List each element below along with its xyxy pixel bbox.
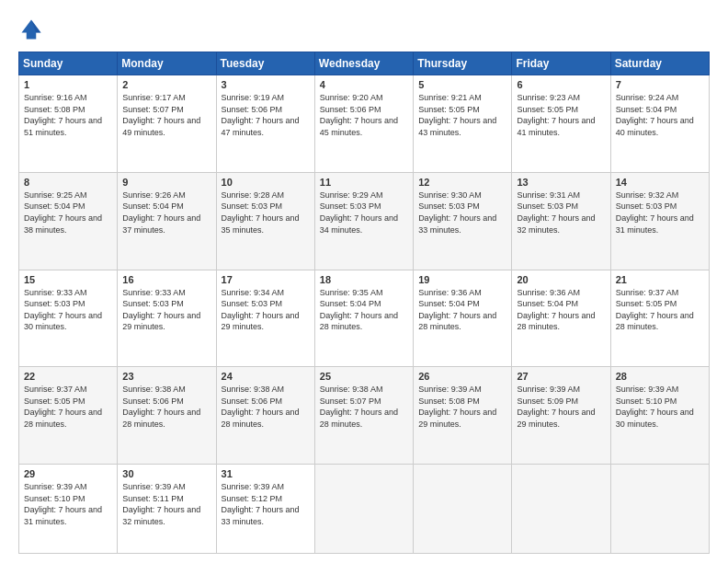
day-cell [414, 465, 512, 554]
day-info: Sunrise: 9:28 AMSunset: 5:03 PMDaylight:… [222, 190, 310, 236]
day-info: Sunrise: 9:36 AMSunset: 5:04 PMDaylight:… [418, 287, 506, 333]
day-number: 5 [418, 79, 506, 90]
day-info: Sunrise: 9:38 AMSunset: 5:06 PMDaylight:… [222, 384, 310, 430]
day-number: 28 [616, 371, 704, 382]
day-number: 24 [222, 371, 310, 382]
week-row-1: 1 Sunrise: 9:16 AMSunset: 5:08 PMDayligh… [19, 75, 710, 173]
day-info: Sunrise: 9:29 AMSunset: 5:03 PMDaylight:… [320, 190, 408, 236]
day-info: Sunrise: 9:20 AMSunset: 5:06 PMDaylight:… [320, 92, 408, 138]
day-info: Sunrise: 9:39 AMSunset: 5:10 PMDaylight:… [616, 384, 704, 430]
day-cell: 27 Sunrise: 9:39 AMSunset: 5:09 PMDaylig… [512, 367, 610, 465]
day-cell: 28 Sunrise: 9:39 AMSunset: 5:10 PMDaylig… [610, 367, 709, 465]
day-info: Sunrise: 9:38 AMSunset: 5:06 PMDaylight:… [122, 384, 210, 430]
logo [18, 17, 48, 42]
day-info: Sunrise: 9:39 AMSunset: 5:12 PMDaylight:… [222, 481, 310, 527]
day-info: Sunrise: 9:32 AMSunset: 5:03 PMDaylight:… [616, 190, 704, 236]
logo-icon [18, 17, 44, 42]
week-row-3: 15 Sunrise: 9:33 AMSunset: 5:03 PMDaylig… [19, 270, 710, 367]
week-row-2: 8 Sunrise: 9:25 AMSunset: 5:04 PMDayligh… [19, 172, 710, 270]
day-cell: 14 Sunrise: 9:32 AMSunset: 5:03 PMDaylig… [610, 172, 709, 270]
day-info: Sunrise: 9:37 AMSunset: 5:05 PMDaylight:… [616, 287, 704, 333]
day-number: 13 [517, 177, 605, 188]
day-cell: 19 Sunrise: 9:36 AMSunset: 5:04 PMDaylig… [414, 270, 512, 367]
col-header-monday: Monday [118, 52, 216, 75]
day-cell: 8 Sunrise: 9:25 AMSunset: 5:04 PMDayligh… [19, 172, 118, 270]
page: SundayMondayTuesdayWednesdayThursdayFrid… [0, 0, 728, 563]
day-cell: 30 Sunrise: 9:39 AMSunset: 5:11 PMDaylig… [118, 465, 216, 554]
day-info: Sunrise: 9:25 AMSunset: 5:04 PMDaylight:… [24, 190, 112, 236]
day-info: Sunrise: 9:36 AMSunset: 5:04 PMDaylight:… [517, 287, 605, 333]
day-cell: 12 Sunrise: 9:30 AMSunset: 5:03 PMDaylig… [414, 172, 512, 270]
day-number: 3 [222, 79, 310, 90]
day-info: Sunrise: 9:39 AMSunset: 5:11 PMDaylight:… [122, 481, 210, 527]
day-number: 22 [24, 371, 112, 382]
day-number: 21 [616, 274, 704, 285]
day-info: Sunrise: 9:33 AMSunset: 5:03 PMDaylight:… [122, 287, 210, 333]
day-cell: 24 Sunrise: 9:38 AMSunset: 5:06 PMDaylig… [216, 367, 314, 465]
day-info: Sunrise: 9:35 AMSunset: 5:04 PMDaylight:… [320, 287, 408, 333]
day-info: Sunrise: 9:23 AMSunset: 5:05 PMDaylight:… [517, 92, 605, 138]
day-number: 1 [24, 79, 112, 90]
day-number: 6 [517, 79, 605, 90]
day-cell: 31 Sunrise: 9:39 AMSunset: 5:12 PMDaylig… [216, 465, 314, 554]
day-cell: 5 Sunrise: 9:21 AMSunset: 5:05 PMDayligh… [414, 75, 512, 173]
day-info: Sunrise: 9:21 AMSunset: 5:05 PMDaylight:… [418, 92, 506, 138]
day-cell [610, 465, 709, 554]
day-number: 15 [24, 274, 112, 285]
day-number: 12 [418, 177, 506, 188]
day-cell: 3 Sunrise: 9:19 AMSunset: 5:06 PMDayligh… [216, 75, 314, 173]
day-cell: 22 Sunrise: 9:37 AMSunset: 5:05 PMDaylig… [19, 367, 118, 465]
day-number: 26 [418, 371, 506, 382]
day-number: 4 [320, 79, 408, 90]
col-header-wednesday: Wednesday [314, 52, 413, 75]
day-number: 8 [24, 177, 112, 188]
day-number: 11 [320, 177, 408, 188]
day-cell [512, 465, 610, 554]
day-number: 18 [320, 274, 408, 285]
col-header-friday: Friday [512, 52, 610, 75]
day-cell: 21 Sunrise: 9:37 AMSunset: 5:05 PMDaylig… [610, 270, 709, 367]
day-cell: 1 Sunrise: 9:16 AMSunset: 5:08 PMDayligh… [19, 75, 118, 173]
day-cell: 26 Sunrise: 9:39 AMSunset: 5:08 PMDaylig… [414, 367, 512, 465]
day-info: Sunrise: 9:39 AMSunset: 5:08 PMDaylight:… [418, 384, 506, 430]
day-cell: 9 Sunrise: 9:26 AMSunset: 5:04 PMDayligh… [118, 172, 216, 270]
day-number: 9 [122, 177, 210, 188]
day-info: Sunrise: 9:26 AMSunset: 5:04 PMDaylight:… [122, 190, 210, 236]
day-number: 10 [222, 177, 310, 188]
day-number: 20 [517, 274, 605, 285]
day-cell: 7 Sunrise: 9:24 AMSunset: 5:04 PMDayligh… [610, 75, 709, 173]
day-number: 14 [616, 177, 704, 188]
day-cell: 2 Sunrise: 9:17 AMSunset: 5:07 PMDayligh… [118, 75, 216, 173]
day-info: Sunrise: 9:38 AMSunset: 5:07 PMDaylight:… [320, 384, 408, 430]
day-cell: 17 Sunrise: 9:34 AMSunset: 5:03 PMDaylig… [216, 270, 314, 367]
day-info: Sunrise: 9:34 AMSunset: 5:03 PMDaylight:… [222, 287, 310, 333]
day-number: 27 [517, 371, 605, 382]
day-cell: 6 Sunrise: 9:23 AMSunset: 5:05 PMDayligh… [512, 75, 610, 173]
col-header-sunday: Sunday [19, 52, 118, 75]
day-cell: 29 Sunrise: 9:39 AMSunset: 5:10 PMDaylig… [19, 465, 118, 554]
day-number: 2 [122, 79, 210, 90]
day-number: 29 [24, 468, 112, 479]
day-cell: 10 Sunrise: 9:28 AMSunset: 5:03 PMDaylig… [216, 172, 314, 270]
day-cell: 4 Sunrise: 9:20 AMSunset: 5:06 PMDayligh… [314, 75, 413, 173]
header-row: SundayMondayTuesdayWednesdayThursdayFrid… [19, 52, 710, 75]
day-number: 25 [320, 371, 408, 382]
day-number: 30 [122, 468, 210, 479]
day-info: Sunrise: 9:37 AMSunset: 5:05 PMDaylight:… [24, 384, 112, 430]
col-header-thursday: Thursday [414, 52, 512, 75]
day-info: Sunrise: 9:31 AMSunset: 5:03 PMDaylight:… [517, 190, 605, 236]
day-cell: 13 Sunrise: 9:31 AMSunset: 5:03 PMDaylig… [512, 172, 610, 270]
day-cell: 18 Sunrise: 9:35 AMSunset: 5:04 PMDaylig… [314, 270, 413, 367]
day-number: 23 [122, 371, 210, 382]
day-info: Sunrise: 9:16 AMSunset: 5:08 PMDaylight:… [24, 92, 112, 138]
day-cell [314, 465, 413, 554]
day-number: 31 [222, 468, 310, 479]
day-number: 7 [616, 79, 704, 90]
col-header-tuesday: Tuesday [216, 52, 314, 75]
day-cell: 16 Sunrise: 9:33 AMSunset: 5:03 PMDaylig… [118, 270, 216, 367]
col-header-saturday: Saturday [610, 52, 709, 75]
day-number: 19 [418, 274, 506, 285]
day-info: Sunrise: 9:17 AMSunset: 5:07 PMDaylight:… [122, 92, 210, 138]
week-row-4: 22 Sunrise: 9:37 AMSunset: 5:05 PMDaylig… [19, 367, 710, 465]
day-info: Sunrise: 9:39 AMSunset: 5:09 PMDaylight:… [517, 384, 605, 430]
